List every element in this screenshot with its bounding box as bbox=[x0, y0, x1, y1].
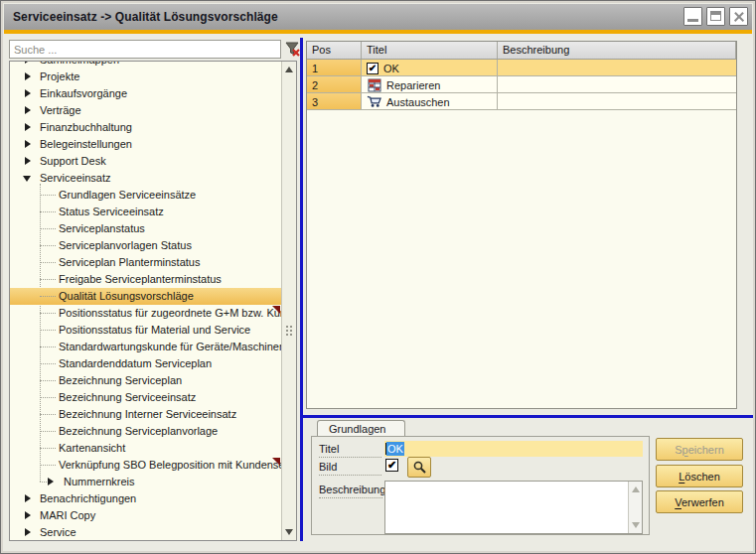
tree-connector bbox=[40, 414, 56, 415]
tree-item[interactable]: Standardwartungskunde für Geräte/Maschin… bbox=[10, 339, 281, 355]
tree-item[interactable]: Einkaufsvorgänge bbox=[10, 85, 281, 102]
expand-icon[interactable] bbox=[25, 528, 31, 536]
titel-cell[interactable]: Austauschen bbox=[362, 93, 498, 109]
expand-icon[interactable] bbox=[25, 89, 31, 97]
tree-item[interactable]: Nummernkreis bbox=[10, 474, 281, 490]
scroll-down-icon[interactable] bbox=[285, 529, 293, 535]
tree-connector bbox=[40, 482, 47, 483]
table-row[interactable]: 1✔OK bbox=[307, 60, 736, 76]
pos-cell[interactable]: 2 bbox=[307, 76, 362, 92]
close-button[interactable] bbox=[729, 7, 748, 26]
tree-item[interactable]: MARI Copy bbox=[10, 507, 281, 524]
tree-item[interactable]: Projekte bbox=[10, 69, 281, 85]
tree-item[interactable]: Serviceplan Planterminstatus bbox=[10, 254, 281, 271]
expand-icon[interactable] bbox=[25, 511, 31, 519]
tree-item-label: Serviceplanvorlagen Status bbox=[59, 239, 192, 251]
tree-item[interactable]: Service bbox=[10, 524, 281, 541]
tree-item-label: Serviceplan Planterminstatus bbox=[59, 256, 200, 268]
scroll-up-icon[interactable] bbox=[285, 67, 293, 72]
discard-button[interactable]: Verwerfen bbox=[656, 490, 743, 513]
titel-cell[interactable]: Reparieren bbox=[362, 76, 498, 92]
tree-item-label: Einkaufsvorgänge bbox=[40, 87, 127, 99]
tree-item[interactable]: Verträge bbox=[10, 102, 281, 119]
titel-cell[interactable]: ✔OK bbox=[362, 60, 498, 75]
tree-item[interactable]: Bezeichnung Serviceeinsatz bbox=[10, 389, 281, 406]
tree-connector bbox=[40, 279, 56, 280]
tree-connector bbox=[40, 245, 56, 246]
tree-connector bbox=[40, 346, 56, 347]
tree-item[interactable]: Serviceplanstatus bbox=[10, 220, 281, 237]
tree-item[interactable]: Finanzbuchhaltung bbox=[10, 119, 281, 136]
collapse-icon[interactable] bbox=[23, 176, 31, 182]
tree-item[interactable]: Verknüpfung SBO Belegposition mit Kunden… bbox=[10, 457, 281, 474]
tree-item[interactable]: Belegeinstellungen bbox=[10, 136, 281, 153]
tree-item[interactable]: Sammelmappen bbox=[10, 61, 281, 69]
scroll-down-icon[interactable] bbox=[632, 522, 640, 528]
beschreibung-label: Beschreibung bbox=[319, 484, 382, 498]
tree-item[interactable]: Standardenddatum Serviceplan bbox=[10, 355, 281, 372]
titel-value: OK bbox=[386, 442, 404, 456]
tree-item[interactable]: Bezeichnung Serviceplan bbox=[10, 372, 281, 389]
restore-button[interactable] bbox=[706, 7, 725, 26]
search-input[interactable] bbox=[9, 40, 281, 59]
tree-connector bbox=[40, 211, 56, 212]
beschreibung-cell[interactable] bbox=[498, 60, 736, 75]
beschreibung-cell[interactable] bbox=[498, 93, 736, 109]
tree-item-label: Standardwartungskunde für Geräte/Maschin… bbox=[59, 341, 285, 352]
table-row[interactable]: 3Austauschen bbox=[307, 93, 736, 110]
titel-input[interactable]: OK bbox=[384, 441, 643, 457]
row-title: Austauschen bbox=[386, 96, 450, 108]
tree-item[interactable]: Benachrichtigungen bbox=[10, 490, 281, 507]
pos-cell[interactable]: 1 bbox=[307, 60, 362, 75]
tree-item[interactable]: Qualität Lösungsvorschläge bbox=[10, 288, 281, 305]
magnifier-icon bbox=[412, 460, 427, 475]
tree-item[interactable]: Status Serviceeinsatz bbox=[10, 204, 281, 220]
tree-connector bbox=[40, 363, 56, 364]
tree-connector bbox=[40, 465, 56, 466]
tree-item-label: Verknüpfung SBO Belegposition mit Kunden… bbox=[59, 459, 288, 471]
beschreibung-cell[interactable] bbox=[498, 76, 736, 92]
tree-scrollbar[interactable] bbox=[281, 62, 296, 540]
pos-cell[interactable]: 3 bbox=[307, 93, 362, 109]
delete-button[interactable]: Löschen bbox=[656, 465, 743, 487]
minimize-button[interactable] bbox=[683, 7, 702, 26]
column-header-titel[interactable]: Titel bbox=[362, 42, 498, 59]
tree-item[interactable]: Positionsstatus für zugeordnete G+M bzw.… bbox=[10, 305, 281, 322]
expand-icon[interactable] bbox=[25, 140, 31, 148]
bild-label: Bild bbox=[319, 461, 381, 476]
scrollbar-grip[interactable] bbox=[286, 326, 288, 328]
tree-item[interactable]: Bezeichnung Serviceplanvorlage bbox=[10, 423, 281, 440]
table-row[interactable]: 2Reparieren bbox=[307, 76, 736, 93]
column-header-pos[interactable]: Pos bbox=[307, 42, 362, 59]
expand-icon[interactable] bbox=[25, 72, 31, 80]
image-lookup-button[interactable] bbox=[407, 457, 431, 478]
tree-item-label: Projekte bbox=[40, 70, 79, 82]
expand-icon[interactable] bbox=[25, 157, 31, 165]
expand-icon[interactable] bbox=[25, 494, 31, 502]
tree-item[interactable]: Serviceplanvorlagen Status bbox=[10, 237, 281, 254]
expand-icon[interactable] bbox=[25, 106, 31, 114]
tree-item[interactable]: Positionsstatus für Material und Service bbox=[10, 322, 281, 339]
tree-items: SammelmappenProjekteEinkaufsvorgängeVert… bbox=[10, 61, 281, 541]
save-button[interactable]: Speichern bbox=[656, 438, 743, 461]
tree-item[interactable]: Freigabe Serviceplanterminstatus bbox=[10, 271, 281, 288]
checkbox-checked-icon[interactable]: ✔ bbox=[367, 63, 378, 74]
bild-checkbox[interactable]: ✔ bbox=[385, 459, 398, 472]
tree-item-label: Sammelmappen bbox=[40, 61, 119, 66]
expand-icon[interactable] bbox=[25, 61, 31, 64]
tree-item[interactable]: Support Desk bbox=[10, 153, 281, 170]
textarea-scrollbar[interactable] bbox=[628, 482, 642, 533]
clear-filter-icon[interactable] bbox=[284, 41, 301, 58]
tree-item[interactable]: Bezeichnung Interner Serviceeinsatz bbox=[10, 406, 281, 423]
beschreibung-textarea[interactable] bbox=[384, 481, 643, 534]
tree-item[interactable]: Kartenansicht bbox=[10, 440, 281, 457]
titel-label: Titel bbox=[319, 443, 381, 458]
tree-item-label: Verträge bbox=[40, 104, 81, 116]
tree-item[interactable]: Grundlagen Serviceeinsätze bbox=[10, 187, 281, 204]
expand-icon[interactable] bbox=[48, 478, 54, 485]
tab-grundlagen[interactable]: Grundlagen bbox=[317, 420, 405, 437]
expand-icon[interactable] bbox=[25, 123, 31, 131]
tree-item[interactable]: Serviceeinsatz bbox=[10, 170, 281, 187]
scroll-up-icon[interactable] bbox=[632, 486, 640, 492]
column-header-beschreibung[interactable]: Beschreibung bbox=[498, 42, 736, 59]
